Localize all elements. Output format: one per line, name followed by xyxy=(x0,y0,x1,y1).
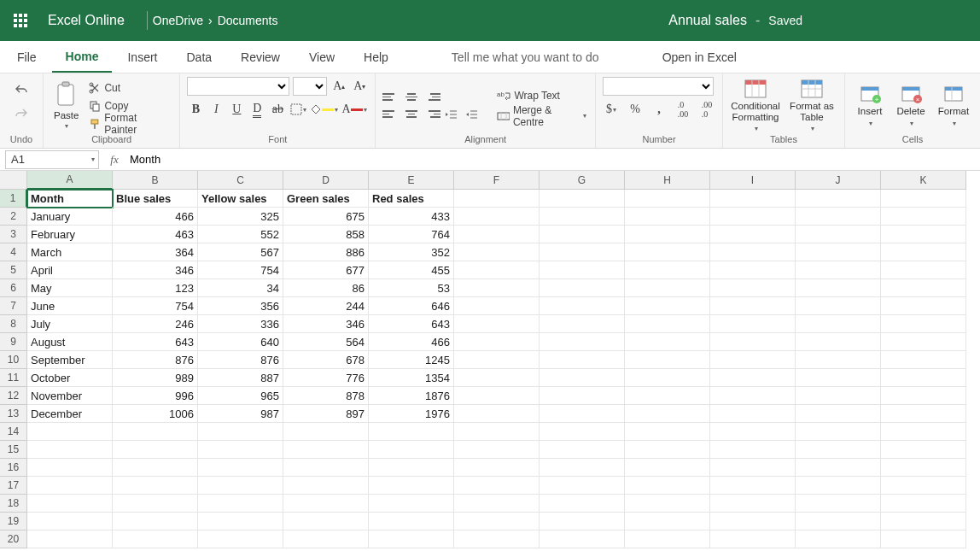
row-header-9[interactable]: 9 xyxy=(0,333,27,351)
cell-B14[interactable] xyxy=(113,423,198,441)
cell-B13[interactable]: 1006 xyxy=(113,405,198,423)
cell-C2[interactable]: 325 xyxy=(198,208,283,226)
cell-H1[interactable] xyxy=(625,190,710,208)
cell-E19[interactable] xyxy=(369,513,454,530)
align-bottom-button[interactable] xyxy=(423,91,440,104)
cell-C18[interactable] xyxy=(198,495,283,513)
cell-E16[interactable] xyxy=(369,459,454,477)
cell-A20[interactable] xyxy=(27,530,113,548)
cell-J4[interactable] xyxy=(796,243,881,261)
cell-F10[interactable] xyxy=(454,351,540,369)
row-header-13[interactable]: 13 xyxy=(0,405,27,423)
cell-G19[interactable] xyxy=(540,513,625,530)
cell-I7[interactable] xyxy=(710,297,796,315)
increase-indent-button[interactable] xyxy=(464,108,481,121)
cell-D15[interactable] xyxy=(283,441,369,459)
merge-center-button[interactable]: Merge & Centre ▾ xyxy=(495,108,588,125)
cell-E7[interactable]: 646 xyxy=(369,297,454,315)
cell-D8[interactable]: 346 xyxy=(283,315,369,333)
cell-J6[interactable] xyxy=(796,279,881,297)
cell-A9[interactable]: August xyxy=(27,333,113,351)
bold-button[interactable]: B xyxy=(187,101,204,118)
cell-G4[interactable] xyxy=(540,243,625,261)
percent-button[interactable]: % xyxy=(627,101,644,118)
cell-D20[interactable] xyxy=(283,530,369,548)
cell-D3[interactable]: 858 xyxy=(283,226,369,243)
row-header-3[interactable]: 3 xyxy=(0,226,27,243)
cell-B15[interactable] xyxy=(113,441,198,459)
cell-K13[interactable] xyxy=(881,405,966,423)
format-painter-button[interactable]: Format Painter xyxy=(87,115,172,132)
row-header-20[interactable]: 20 xyxy=(0,530,27,548)
cell-H13[interactable] xyxy=(625,405,710,423)
row-header-12[interactable]: 12 xyxy=(0,387,27,405)
cell-F18[interactable] xyxy=(454,495,540,513)
underline-button[interactable]: U xyxy=(228,101,245,118)
cell-G18[interactable] xyxy=(540,495,625,513)
cell-A7[interactable]: June xyxy=(27,297,113,315)
tab-home[interactable]: Home xyxy=(52,41,113,73)
cell-J3[interactable] xyxy=(796,226,881,243)
cell-I3[interactable] xyxy=(710,226,796,243)
cell-I11[interactable] xyxy=(710,369,796,387)
col-header-B[interactable]: B xyxy=(113,171,198,190)
cell-E4[interactable]: 352 xyxy=(369,243,454,261)
format-as-table-button[interactable]: Format as Table▾ xyxy=(786,79,837,133)
cell-G9[interactable] xyxy=(540,333,625,351)
cell-F9[interactable] xyxy=(454,333,540,351)
col-header-H[interactable]: H xyxy=(625,171,710,190)
font-size-select[interactable] xyxy=(293,77,327,96)
col-header-C[interactable]: C xyxy=(198,171,283,190)
col-header-E[interactable]: E xyxy=(369,171,454,190)
cell-E14[interactable] xyxy=(369,423,454,441)
tab-view[interactable]: View xyxy=(295,41,348,73)
fx-icon[interactable]: fx xyxy=(104,153,125,167)
cell-C19[interactable] xyxy=(198,513,283,530)
col-header-F[interactable]: F xyxy=(454,171,540,190)
cell-J7[interactable] xyxy=(796,297,881,315)
paste-button[interactable]: Paste ▾ xyxy=(50,79,82,132)
cell-C10[interactable]: 876 xyxy=(198,351,283,369)
cell-A6[interactable]: May xyxy=(27,279,113,297)
cell-H14[interactable] xyxy=(625,423,710,441)
cell-F3[interactable] xyxy=(454,226,540,243)
cell-F5[interactable] xyxy=(454,261,540,279)
cell-B3[interactable]: 463 xyxy=(113,226,198,243)
cell-E18[interactable] xyxy=(369,495,454,513)
cell-H15[interactable] xyxy=(625,441,710,459)
cell-J5[interactable] xyxy=(796,261,881,279)
cell-A17[interactable] xyxy=(27,477,113,495)
cell-I16[interactable] xyxy=(710,459,796,477)
row-header-19[interactable]: 19 xyxy=(0,513,27,530)
cell-I12[interactable] xyxy=(710,387,796,405)
cell-K15[interactable] xyxy=(881,441,966,459)
cell-F2[interactable] xyxy=(454,208,540,226)
cell-I13[interactable] xyxy=(710,405,796,423)
redo-button[interactable] xyxy=(12,104,31,123)
italic-button[interactable]: I xyxy=(207,101,225,118)
decrease-indent-button[interactable] xyxy=(444,108,461,121)
cell-G1[interactable] xyxy=(540,190,625,208)
row-header-18[interactable]: 18 xyxy=(0,495,27,513)
cell-E15[interactable] xyxy=(369,441,454,459)
cell-F12[interactable] xyxy=(454,387,540,405)
cell-D12[interactable]: 878 xyxy=(283,387,369,405)
cell-B12[interactable]: 996 xyxy=(113,387,198,405)
cell-J9[interactable] xyxy=(796,333,881,351)
cell-B8[interactable]: 246 xyxy=(113,315,198,333)
cell-D2[interactable]: 675 xyxy=(283,208,369,226)
cell-I2[interactable] xyxy=(710,208,796,226)
cell-J17[interactable] xyxy=(796,477,881,495)
cell-E13[interactable]: 1976 xyxy=(369,405,454,423)
undo-button[interactable] xyxy=(12,80,31,99)
cell-A12[interactable]: November xyxy=(27,387,113,405)
cell-G12[interactable] xyxy=(540,387,625,405)
cell-A11[interactable]: October xyxy=(27,369,113,387)
format-cells-button[interactable]: Format▾ xyxy=(934,84,973,126)
cell-D16[interactable] xyxy=(283,459,369,477)
cell-K9[interactable] xyxy=(881,333,966,351)
cell-F15[interactable] xyxy=(454,441,540,459)
tell-me[interactable]: Tell me what you want to do xyxy=(438,41,613,73)
cell-B19[interactable] xyxy=(113,513,198,530)
cell-E12[interactable]: 1876 xyxy=(369,387,454,405)
